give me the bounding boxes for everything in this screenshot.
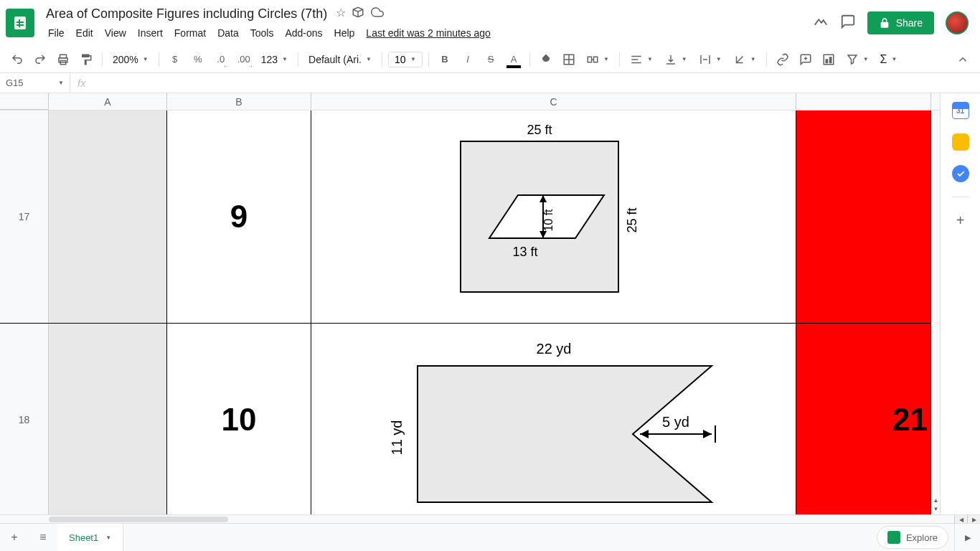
chevron-down-icon: ▼ (366, 56, 372, 62)
calendar-sidebar-icon[interactable]: 31 (952, 102, 969, 119)
text-rotation-button[interactable]: ▼ (729, 53, 760, 66)
cell-d17[interactable] (796, 110, 931, 323)
separator (952, 197, 969, 197)
borders-icon[interactable] (559, 50, 579, 70)
scroll-up-icon[interactable]: ▲ (932, 497, 940, 506)
bold-button[interactable]: B (435, 50, 455, 70)
menu-tools[interactable]: Tools (245, 24, 279, 42)
chevron-down-icon: ▼ (603, 56, 609, 62)
cell-b17[interactable]: 9 (167, 110, 311, 323)
menu-file[interactable]: File (43, 24, 70, 42)
cell-a18[interactable] (49, 324, 167, 514)
row-header-18[interactable]: 18 (0, 324, 49, 514)
undo-icon[interactable] (7, 50, 27, 70)
chevron-down-icon: ▼ (58, 80, 64, 86)
name-box[interactable]: G15▼ (0, 73, 70, 93)
select-all-corner[interactable] (0, 93, 49, 110)
star-icon[interactable]: ☆ (336, 6, 346, 22)
cloud-status-icon[interactable] (370, 6, 385, 22)
menu-edit[interactable]: Edit (71, 24, 98, 42)
font-select[interactable]: Default (Ari...▼ (304, 54, 376, 65)
text-wrap-button[interactable]: ▼ (694, 53, 726, 66)
strikethrough-button[interactable]: S (481, 50, 501, 70)
scroll-thumb[interactable] (49, 517, 228, 522)
redo-icon[interactable] (30, 50, 50, 70)
row-header-17[interactable]: 17 (0, 110, 49, 323)
text-color-button[interactable]: A (504, 50, 524, 70)
insert-comment-icon[interactable] (796, 50, 816, 70)
filter-button[interactable]: ▼ (842, 53, 873, 66)
comments-icon[interactable] (840, 14, 856, 32)
menu-insert[interactable]: Insert (133, 24, 168, 42)
separator (766, 52, 767, 67)
svg-text:13 ft: 13 ft (512, 245, 537, 259)
cell-c18[interactable]: 22 yd 11 yd 5 yd (311, 324, 796, 514)
col-header-a[interactable]: A (49, 93, 167, 110)
cell-a17[interactable] (49, 110, 167, 323)
add-sheet-button[interactable]: + (0, 524, 29, 551)
scroll-left-icon[interactable]: ◀ (954, 515, 967, 524)
keep-sidebar-icon[interactable] (952, 133, 969, 151)
menu-data[interactable]: Data (212, 24, 244, 42)
zoom-select[interactable]: 200%▼ (108, 54, 153, 65)
move-icon[interactable] (352, 6, 364, 22)
share-label: Share (896, 17, 923, 29)
cell-d18[interactable]: 21 (796, 324, 931, 514)
print-icon[interactable] (53, 50, 73, 70)
fill-color-icon[interactable] (536, 50, 556, 70)
explore-icon (887, 531, 900, 544)
tasks-sidebar-icon[interactable] (952, 165, 969, 182)
format-percent[interactable]: % (188, 50, 208, 70)
share-button[interactable]: Share (867, 11, 934, 34)
sheet-tab[interactable]: Sheet1 ▼ (57, 524, 123, 551)
more-formats[interactable]: 123▼ (257, 54, 292, 65)
font-size-input[interactable]: 10▼ (388, 52, 423, 67)
merge-cells-button[interactable]: ▼ (582, 53, 613, 66)
format-currency[interactable]: $ (165, 50, 185, 70)
cell-c17[interactable]: 25 ft 25 ft 10 ft 13 ft (311, 110, 796, 323)
menu-addons[interactable]: Add-ons (280, 24, 327, 42)
last-edit[interactable]: Last edit was 2 minutes ago (361, 24, 496, 42)
sheets-logo[interactable] (6, 9, 34, 37)
svg-rect-21 (826, 60, 827, 63)
all-sheets-button[interactable]: ≡ (29, 524, 57, 551)
insert-chart-icon[interactable] (819, 50, 839, 70)
separator (298, 52, 298, 67)
svg-text:10 ft: 10 ft (542, 209, 555, 232)
chevron-down-icon: ▼ (716, 56, 722, 62)
scroll-down-icon[interactable]: ▼ (932, 506, 940, 514)
scroll-right-icon[interactable]: ▶ (967, 515, 980, 524)
formula-input[interactable] (93, 73, 980, 93)
menu-help[interactable]: Help (329, 24, 360, 42)
menu-format[interactable]: Format (169, 24, 211, 42)
doc-title[interactable]: Area of Composite Figures including Circ… (43, 5, 330, 23)
menu-view[interactable]: View (100, 24, 131, 42)
vertical-scrollbar[interactable]: ▲ ▼ (931, 110, 940, 514)
collapse-toolbar-icon[interactable] (953, 50, 973, 70)
col-header-d[interactable] (796, 93, 931, 110)
col-header-b[interactable]: B (167, 93, 311, 110)
svg-text:25 ft: 25 ft (527, 123, 552, 137)
avatar[interactable] (946, 11, 969, 34)
italic-button[interactable]: I (458, 50, 478, 70)
add-sidebar-icon[interactable]: + (952, 212, 969, 229)
fx-icon: fx (70, 77, 93, 89)
increase-decimal-icon[interactable]: .00→ (234, 50, 254, 70)
svg-rect-3 (19, 19, 20, 27)
horizontal-scrollbar[interactable] (49, 515, 954, 523)
collapse-side-panel-icon[interactable]: ▶ (954, 524, 980, 551)
functions-button[interactable]: Σ▼ (876, 53, 902, 66)
decrease-decimal-icon[interactable]: .0← (211, 50, 231, 70)
paint-format-icon[interactable] (76, 50, 96, 70)
explore-button[interactable]: Explore (877, 526, 948, 549)
activity-icon[interactable] (813, 14, 829, 32)
insert-link-icon[interactable] (773, 50, 793, 70)
vertical-align-button[interactable]: ▼ (660, 53, 692, 66)
chevron-down-icon: ▼ (750, 56, 756, 62)
chevron-down-icon: ▼ (891, 56, 897, 62)
chevron-down-icon: ▼ (143, 56, 149, 62)
horizontal-align-button[interactable]: ▼ (626, 53, 657, 66)
col-header-c[interactable]: C (311, 93, 796, 110)
svg-marker-36 (640, 430, 649, 438)
cell-b18[interactable]: 10 (167, 324, 311, 514)
